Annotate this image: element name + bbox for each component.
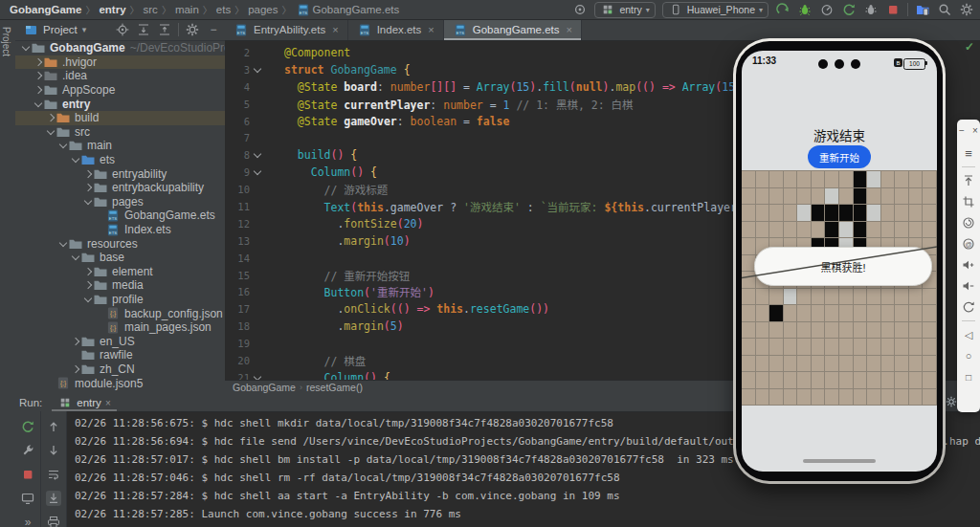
board-cell[interactable] (867, 289, 881, 306)
board-cell[interactable] (909, 372, 924, 389)
board-cell[interactable] (769, 171, 784, 188)
board-cell[interactable] (742, 389, 756, 406)
board-cell[interactable] (812, 188, 826, 206)
breadcrumb-item[interactable]: ets (216, 4, 231, 15)
board-cell[interactable] (923, 372, 937, 389)
board-cell[interactable] (797, 171, 812, 188)
board-cell[interactable] (895, 188, 909, 206)
board-cell[interactable] (784, 389, 798, 406)
tree-expander[interactable] (46, 115, 56, 121)
board-cell[interactable] (909, 171, 924, 188)
board-cell[interactable] (839, 339, 854, 356)
board-cell[interactable] (895, 389, 909, 406)
tree-expander[interactable] (83, 297, 93, 301)
black-stone[interactable] (812, 205, 826, 222)
board-cell[interactable] (825, 356, 839, 373)
rotate-icon[interactable] (962, 296, 975, 318)
tree-item[interactable]: {;}module.json5 (15, 376, 225, 390)
board-cell[interactable] (909, 222, 924, 239)
tree-expander[interactable] (71, 366, 80, 372)
board-cell[interactable] (756, 389, 770, 406)
board-cell[interactable] (742, 289, 756, 306)
board-cell[interactable] (742, 272, 756, 289)
device-manager-icon[interactable] (915, 2, 930, 17)
board-cell[interactable] (867, 339, 881, 356)
collapse-all-icon[interactable] (157, 22, 172, 37)
board-cell[interactable] (742, 205, 756, 222)
tree-item[interactable]: pages (15, 195, 225, 209)
tree-item[interactable]: main (15, 139, 225, 153)
board-cell[interactable] (923, 222, 937, 239)
board-cell[interactable] (797, 389, 812, 406)
board-cell[interactable] (742, 171, 756, 188)
board-cell[interactable] (769, 372, 784, 389)
fold-marker-icon[interactable] (255, 68, 260, 72)
board-cell[interactable] (839, 188, 854, 206)
expand-all-icon[interactable] (136, 22, 151, 37)
tree-expander[interactable] (33, 73, 43, 78)
board-cell[interactable] (742, 372, 756, 389)
close-tab-icon[interactable]: × (332, 24, 338, 35)
board-cell[interactable] (784, 222, 798, 239)
board-cell[interactable] (895, 305, 909, 322)
board-cell[interactable] (895, 372, 909, 389)
board-cell[interactable] (909, 356, 924, 373)
tree-expander[interactable] (83, 200, 93, 204)
tree-item[interactable]: .idea (15, 69, 225, 83)
board-cell[interactable] (797, 372, 812, 389)
tree-expander[interactable] (71, 158, 80, 162)
board-cell[interactable] (854, 305, 868, 322)
recents-icon[interactable]: □ (966, 366, 971, 387)
black-stone[interactable] (769, 305, 784, 322)
board-cell[interactable] (769, 356, 784, 373)
tree-expander[interactable] (58, 143, 68, 147)
board-cell[interactable] (839, 289, 854, 306)
tree-item[interactable]: base (15, 251, 225, 265)
black-stone[interactable] (854, 205, 868, 222)
board-cell[interactable] (909, 339, 924, 356)
board-cell[interactable] (742, 222, 756, 239)
board-cell[interactable] (854, 339, 868, 356)
scrollend-icon[interactable] (46, 491, 61, 506)
board-cell[interactable] (881, 205, 896, 222)
board-cell[interactable] (881, 339, 896, 356)
board-cell[interactable] (769, 389, 784, 406)
board-cell[interactable] (769, 188, 784, 206)
board-cell[interactable] (784, 339, 798, 356)
board-cell[interactable] (923, 205, 937, 222)
board-cell[interactable] (867, 188, 881, 206)
board-cell[interactable] (881, 171, 896, 188)
tree-item[interactable]: src (15, 125, 225, 140)
tree-expander[interactable] (46, 130, 56, 134)
board-cell[interactable] (895, 205, 909, 222)
board-cell[interactable] (881, 289, 896, 306)
black-stone[interactable] (839, 205, 854, 222)
board-cell[interactable] (769, 205, 784, 222)
board-cell[interactable] (812, 171, 826, 188)
tree-item[interactable]: resources (15, 236, 225, 251)
breadcrumb-item[interactable]: pages (248, 4, 278, 15)
hide-icon[interactable]: − (206, 22, 221, 37)
board-cell[interactable] (812, 356, 826, 373)
black-stone[interactable] (854, 188, 868, 206)
board-cell[interactable] (797, 289, 812, 306)
board-cell[interactable] (839, 389, 854, 406)
board-cell[interactable] (769, 222, 784, 239)
board-cell[interactable] (854, 372, 868, 389)
rerun-icon[interactable] (20, 419, 35, 434)
board-cell[interactable] (923, 339, 937, 356)
board-cell[interactable] (812, 289, 826, 306)
fold-marker-icon[interactable] (255, 153, 260, 157)
board-cell[interactable] (923, 389, 937, 406)
board-cell[interactable] (854, 389, 868, 406)
board-cell[interactable] (923, 289, 937, 306)
board-cell[interactable] (881, 356, 896, 373)
crop-icon[interactable] (962, 191, 975, 212)
board-cell[interactable] (825, 322, 839, 340)
board-cell[interactable] (742, 339, 756, 356)
tree-expander[interactable] (58, 242, 68, 246)
board-cell[interactable] (812, 322, 826, 340)
board-cell[interactable] (812, 222, 826, 239)
board-cell[interactable] (756, 289, 770, 306)
tree-expander[interactable] (71, 255, 80, 259)
